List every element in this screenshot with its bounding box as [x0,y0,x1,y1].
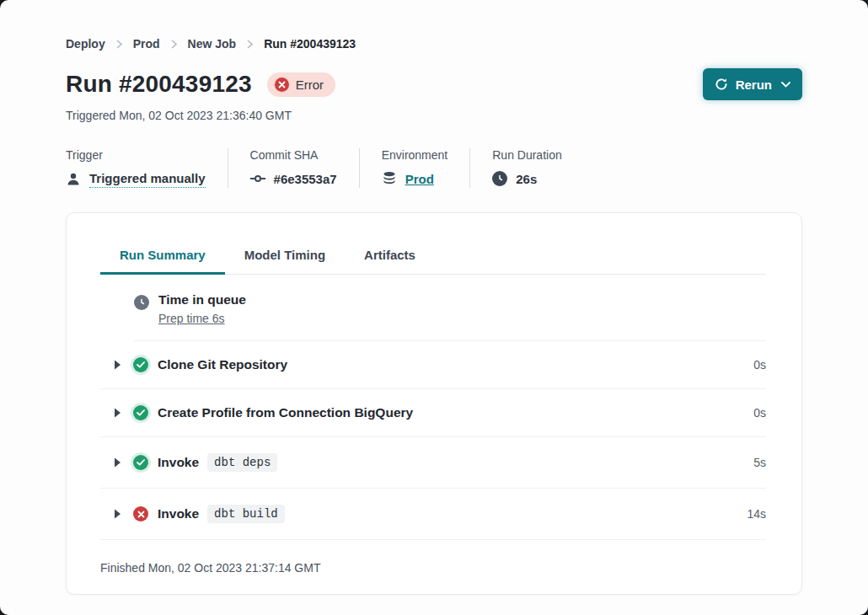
step-command-chip: dbt deps [207,453,277,472]
prep-time-link[interactable]: Prep time 6s [158,312,225,325]
clock-icon [492,171,507,186]
caret-right-icon[interactable] [114,408,121,418]
meta-commit-value: #6e3553a7 [274,172,337,186]
status-badge-label: Error [296,78,324,92]
rerun-button-label: Rerun [736,78,772,92]
meta-duration-label: Run Duration [492,148,562,162]
page-title: Run #200439123 [66,71,252,98]
run-meta-row: Trigger Triggered manually Commit SHA #6… [66,148,802,188]
meta-run-duration: Run Duration 26s [492,148,584,188]
tab-run-summary[interactable]: Run Summary [100,237,225,275]
time-in-queue-row: Time in queue Prep time 6s [134,275,766,341]
step-title: Invoke [158,455,199,470]
step-command-chip: dbt build [207,505,285,523]
tab-artifacts[interactable]: Artifacts [345,237,435,275]
meta-commit-sha: Commit SHA #6e3553a7 [250,148,359,188]
tab-strip: Run Summary Model Timing Artifacts [100,237,766,275]
success-check-icon [133,357,148,372]
success-check-icon [133,455,148,470]
run-detail-page: Deploy Prod New Job Run #200439123 Run #… [0,0,868,615]
step-duration: 14s [747,507,766,521]
chevron-right-icon [116,40,122,49]
status-badge: Error [267,72,335,97]
meta-divider [469,148,470,188]
caret-right-icon[interactable] [114,360,121,370]
step-title: Invoke [158,506,199,521]
step-duration: 0s [753,358,766,372]
meta-environment-label: Environment [382,148,448,162]
error-circle-icon [275,78,289,92]
commit-icon [250,171,265,186]
meta-duration-value: 26s [516,172,537,186]
meta-trigger: Trigger Triggered manually [66,148,228,188]
success-check-icon [133,405,148,420]
meta-commit-label: Commit SHA [250,148,337,162]
run-summary-card: Run Summary Model Timing Artifacts Time … [66,212,802,595]
tab-model-timing[interactable]: Model Timing [225,237,345,275]
step-row-invoke-dbt-build[interactable]: Invoke dbt build 14s [100,489,766,540]
meta-trigger-label: Trigger [66,148,206,162]
caret-right-icon[interactable] [114,457,121,468]
meta-divider [359,148,360,188]
time-in-queue-title: Time in queue [158,292,246,308]
breadcrumb-current-run: Run #200439123 [264,37,356,51]
chevron-right-icon [247,40,253,49]
step-duration: 0s [753,406,766,420]
meta-divider [228,148,228,188]
chevron-down-icon [781,82,790,88]
meta-trigger-value[interactable]: Triggered manually [89,171,206,188]
breadcrumb-deploy[interactable]: Deploy [66,37,105,51]
step-title: Clone Git Repository [158,357,287,372]
chevron-right-icon [171,40,177,49]
step-duration: 5s [753,456,766,469]
meta-environment: Environment Prod [382,148,470,188]
step-row-create-profile[interactable]: Create Profile from Connection BigQuery … [100,389,766,437]
error-circle-icon [133,506,148,521]
clock-icon [134,295,149,310]
breadcrumb-prod[interactable]: Prod [133,37,160,51]
triggered-timestamp: Triggered Mon, 02 Oct 2023 21:36:40 GMT [66,109,802,122]
breadcrumb-new-job[interactable]: New Job [188,37,237,51]
step-row-clone-git[interactable]: Clone Git Repository 0s [100,341,766,389]
rerun-button[interactable]: Rerun [703,68,802,100]
caret-right-icon[interactable] [114,509,121,519]
step-title: Create Profile from Connection BigQuery [158,405,413,420]
finished-timestamp: Finished Mon, 02 Oct 2023 21:37:14 GMT [100,540,766,575]
step-row-invoke-dbt-deps[interactable]: Invoke dbt deps 5s [100,437,766,489]
refresh-icon [715,78,728,91]
meta-environment-value[interactable]: Prod [405,172,434,186]
database-icon [382,171,397,186]
breadcrumb: Deploy Prod New Job Run #200439123 [66,37,802,51]
person-icon [66,172,81,187]
